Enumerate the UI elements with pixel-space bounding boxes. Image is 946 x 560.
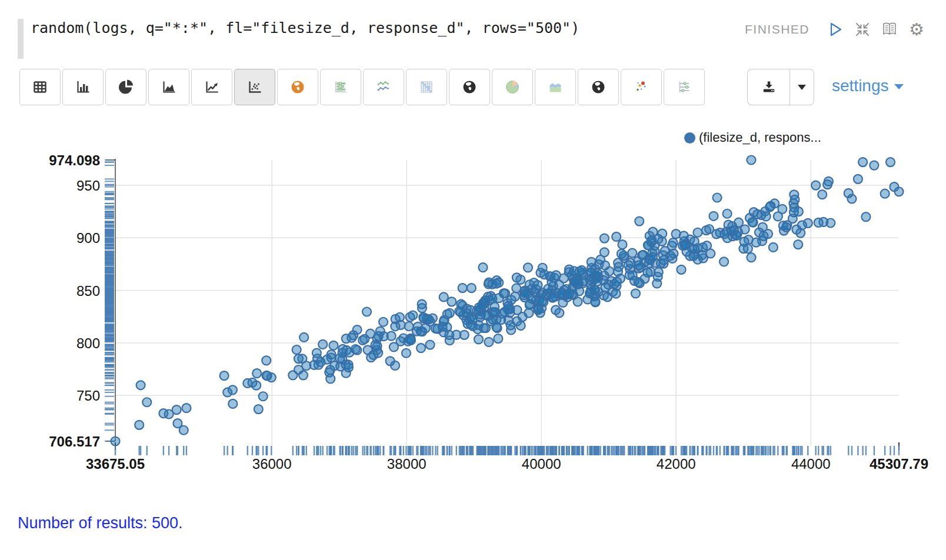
paragraph-actions: ⚙	[826, 20, 926, 39]
code-editor[interactable]: random(logs, q="*:*", fl="filesize_d, re…	[31, 19, 707, 36]
pie-chart-icon	[118, 79, 134, 95]
scatter-icon	[247, 79, 262, 95]
legend-label: (filesize_d, respons...	[699, 130, 821, 145]
results-count-text: Number of results: 500.	[18, 514, 183, 532]
download-icon	[761, 79, 777, 95]
svg-text:850: 850	[76, 283, 100, 299]
editor-gutter	[18, 19, 24, 59]
globe-black-2-icon	[591, 79, 606, 95]
book-icon	[881, 21, 898, 38]
run-button[interactable]	[826, 20, 845, 39]
line-chart-icon	[204, 79, 219, 95]
pie-pastel-icon	[505, 79, 520, 95]
multi-line-icon	[376, 79, 391, 95]
play-icon	[827, 21, 844, 38]
download-button[interactable]	[747, 69, 790, 105]
svg-text:38000: 38000	[387, 456, 427, 472]
minimize-button[interactable]	[853, 20, 872, 39]
viz-bar-chart-button[interactable]	[62, 69, 104, 105]
legend-dot-icon	[684, 132, 695, 144]
viz-globe-button[interactable]	[449, 69, 490, 105]
bubble-matrix-icon	[333, 79, 348, 95]
viz-bubble-matrix-button[interactable]	[320, 69, 361, 105]
interval-sliders-icon	[677, 79, 692, 95]
status-badge: FINISHED	[745, 22, 810, 36]
paragraph-settings-button[interactable]: ⚙	[907, 20, 926, 39]
zeppelin-paragraph: { "paragraph": { "code": "random(logs, q…	[0, 0, 946, 560]
svg-text:44000: 44000	[791, 456, 831, 472]
globe-orange-icon	[290, 79, 305, 95]
globe-black-icon	[462, 79, 477, 95]
matrix-heatmap-icon	[419, 79, 434, 95]
versions-button[interactable]	[880, 20, 899, 39]
svg-text:950: 950	[76, 178, 100, 194]
scatter-chart-svg: 950900850800750974.098706.51736000380004…	[0, 144, 941, 479]
settings-caret-icon	[894, 84, 904, 89]
viz-scatter-button[interactable]	[234, 69, 275, 105]
download-options-button[interactable]	[790, 69, 814, 105]
viz-matrix-heatmap-button[interactable]	[406, 69, 447, 105]
svg-text:45307.79: 45307.79	[870, 456, 928, 472]
stacked-area-icon	[548, 79, 563, 95]
svg-text:974.098: 974.098	[49, 152, 100, 168]
gear-icon: ⚙	[909, 21, 924, 38]
viz-toolbar	[19, 69, 705, 105]
scatter-chart: 950900850800750974.098706.51736000380004…	[0, 144, 941, 479]
viz-area-chart-button[interactable]	[148, 69, 189, 105]
area-chart-icon	[161, 79, 176, 95]
svg-text:36000: 36000	[252, 456, 292, 472]
svg-text:42000: 42000	[657, 456, 696, 472]
viz-interval-sliders-button[interactable]	[664, 69, 705, 105]
viz-bubble-cloud-button[interactable]	[621, 69, 662, 105]
svg-text:33675.05: 33675.05	[86, 456, 145, 472]
viz-globe-2-button[interactable]	[578, 69, 619, 105]
svg-text:40000: 40000	[522, 456, 561, 472]
viz-line-chart-button[interactable]	[191, 69, 232, 105]
chevron-down-icon	[798, 85, 806, 90]
download-split-button	[747, 69, 814, 105]
bar-chart-icon	[75, 79, 91, 95]
chart-legend-item[interactable]: (filesize_d, respons...	[684, 130, 821, 145]
svg-text:750: 750	[76, 388, 100, 404]
minimize-icon	[854, 21, 871, 38]
viz-pie-pastel-button[interactable]	[492, 69, 533, 105]
table-icon	[32, 79, 48, 95]
svg-text:706.517: 706.517	[49, 434, 100, 449]
settings-toggle[interactable]: settings	[832, 76, 904, 95]
viz-pie-chart-button[interactable]	[105, 69, 146, 105]
settings-label: settings	[832, 76, 889, 95]
bubble-cloud-icon	[634, 79, 649, 95]
viz-multi-line-button[interactable]	[363, 69, 404, 105]
svg-text:900: 900	[76, 230, 100, 246]
viz-table-button[interactable]	[19, 69, 61, 105]
viz-stacked-area-button[interactable]	[535, 69, 576, 105]
viz-geo-map-button[interactable]	[277, 69, 318, 105]
svg-text:800: 800	[76, 335, 100, 351]
